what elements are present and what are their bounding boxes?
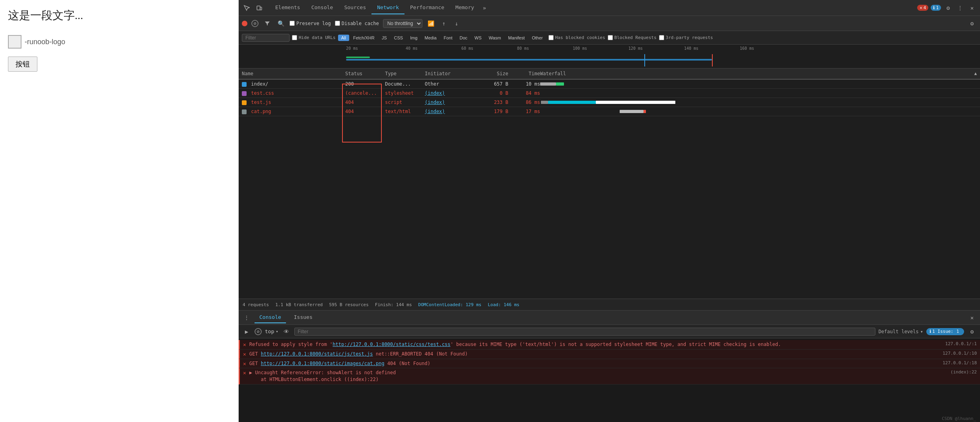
table-row[interactable]: cat.png 404 text/html (index) 179 B 17 m…: [239, 107, 980, 116]
filter-wasm[interactable]: Wasm: [486, 35, 504, 41]
filter-font[interactable]: Font: [441, 35, 456, 41]
console-message-1: ✕ GET http://127.0.0.1:8000/static/js/te…: [239, 350, 980, 359]
network-statusbar: 4 requests 1.1 kB transferred 595 B reso…: [239, 299, 980, 311]
table-row[interactable]: test.js 404 script (index) 233 B 86 ms: [239, 98, 980, 107]
row-name-0: index/: [242, 81, 345, 87]
timeline-green-bar: [346, 57, 370, 58]
console-menu-icon[interactable]: ⋮: [242, 313, 251, 322]
record-button[interactable]: [242, 21, 247, 26]
wifi-icon[interactable]: 📶: [426, 19, 436, 28]
timeline-label-20ms: 20 ms: [346, 46, 358, 51]
row-size-3: 179 B: [476, 109, 508, 114]
default-levels-dropdown[interactable]: Default levels ▾: [879, 329, 923, 334]
error-icon: ✕: [243, 361, 246, 367]
filter-js[interactable]: JS: [379, 35, 390, 41]
close-devtools-icon[interactable]: ✕: [967, 3, 977, 13]
tab-elements[interactable]: Elements: [270, 1, 306, 14]
console-settings-icon[interactable]: ⚙: [967, 327, 977, 336]
clear-button[interactable]: ⊘: [251, 20, 259, 27]
timeline-label-160ms: 160 ms: [740, 46, 754, 51]
timeline-label-120ms: 120 ms: [628, 46, 643, 51]
msg-source-1[interactable]: 127.0.0.1/:10: [943, 351, 977, 356]
context-dropdown-icon[interactable]: ▾: [276, 329, 278, 334]
tab-memory[interactable]: Memory: [450, 1, 480, 14]
filter-ws[interactable]: WS: [471, 35, 485, 41]
svg-rect-0: [257, 6, 260, 10]
row-type-3: text/html: [385, 109, 425, 114]
import-icon[interactable]: ↑: [439, 19, 449, 28]
throttle-select[interactable]: No throttling: [383, 19, 422, 28]
top-context: top ▾: [265, 328, 278, 334]
more-tabs-icon[interactable]: »: [480, 3, 489, 13]
search-icon[interactable]: 🔍: [276, 19, 286, 28]
third-party-label[interactable]: 3rd-party requests: [659, 35, 713, 40]
close-console-icon[interactable]: ✕: [967, 313, 977, 322]
message-text-0: Refused to apply style from 'http://127.…: [249, 341, 942, 348]
table-row[interactable]: index/ 200 Docume... Other 657 B 10 ms: [239, 80, 980, 89]
tab-performance[interactable]: Performance: [404, 1, 450, 14]
has-blocked-cookies-label[interactable]: Has blocked cookies: [548, 35, 605, 40]
msg-source-2[interactable]: 127.0.0.1/:18: [943, 360, 977, 365]
row-name-2: test.js: [242, 100, 345, 105]
tab-network[interactable]: Network: [371, 1, 404, 14]
message-text-3: ▶ Uncaught ReferenceError: showAlert is …: [249, 369, 947, 383]
device-icon[interactable]: [255, 3, 264, 13]
devtools-right-icons: ✕4 ℹ1 ⚙ ⋮ ✕: [917, 3, 977, 13]
network-settings-icon[interactable]: ⚙: [967, 19, 977, 28]
filter-doc[interactable]: Doc: [457, 35, 471, 41]
console-filter-input[interactable]: [294, 328, 875, 336]
filter-manifest[interactable]: Manifest: [505, 35, 528, 41]
has-blocked-cookies-checkbox[interactable]: [548, 35, 554, 40]
console-panel: ⋮ Console Issues ✕ ▶ ⊘ top ▾ 👁 Default l…: [239, 311, 980, 422]
row-waterfall-1: [540, 90, 977, 96]
msg-link-0[interactable]: http://127.0.0.1:8000/static/css/test.cs…: [332, 342, 450, 347]
col-header-size: Size: [476, 71, 508, 76]
filter-fetch-xhr[interactable]: Fetch/XHR: [350, 35, 378, 41]
filter-css[interactable]: CSS: [391, 35, 406, 41]
tab-sources[interactable]: Sources: [338, 1, 371, 14]
third-party-checkbox[interactable]: [659, 35, 664, 40]
row-type-1: stylesheet: [385, 90, 425, 96]
filter-input[interactable]: [242, 34, 290, 42]
table-row[interactable]: test.css (cancele... stylesheet (index) …: [239, 89, 980, 98]
message-text-2: GET http://127.0.0.1:8000/static/images/…: [249, 360, 939, 367]
timeline-label-40ms: 40 ms: [406, 46, 418, 51]
msg-source-3[interactable]: (index):22: [951, 369, 977, 375]
tab-console[interactable]: Console: [306, 1, 339, 14]
msg-link-1[interactable]: http://127.0.0.1:8000/static/js/test.js: [261, 351, 373, 357]
timeline-marker-load: [712, 54, 713, 66]
inspect-icon[interactable]: [242, 3, 251, 13]
msg-link-2[interactable]: http://127.0.0.1:8000/static/images/cat.…: [261, 361, 385, 366]
filter-other[interactable]: Other: [529, 35, 546, 41]
row-time-3: 17 ms: [508, 109, 540, 114]
console-tab-console[interactable]: Console: [255, 312, 286, 323]
eye-icon[interactable]: 👁: [282, 327, 291, 336]
export-icon[interactable]: ↓: [452, 19, 461, 28]
row-status-0: 200: [345, 81, 385, 87]
console-execute-icon[interactable]: ▶: [242, 327, 251, 336]
disable-cache-label[interactable]: Disable cache: [335, 21, 379, 26]
issue-badge[interactable]: ℹ 1 Issue: 1: [926, 328, 964, 335]
preserve-log-checkbox[interactable]: [290, 21, 295, 26]
hide-data-urls-checkbox[interactable]: [292, 35, 297, 40]
blocked-requests-label[interactable]: Blocked Requests: [608, 35, 657, 40]
filter-media[interactable]: Media: [422, 35, 440, 41]
row-time-0: 10 ms: [508, 81, 540, 87]
col-header-type: Type: [385, 71, 425, 76]
hide-data-urls-label[interactable]: Hide data URLs: [292, 35, 336, 40]
filter-all[interactable]: All: [338, 35, 349, 41]
console-clear-icon[interactable]: ⊘: [255, 328, 262, 335]
blocked-requests-checkbox[interactable]: [608, 35, 613, 40]
filter-toggle[interactable]: [262, 19, 272, 28]
timeline-bars: [346, 54, 980, 66]
filter-img[interactable]: Img: [407, 35, 420, 41]
more-options-icon[interactable]: ⋮: [955, 3, 965, 13]
msg-source-0[interactable]: 127.0.0.1/:1: [945, 341, 977, 346]
disable-cache-checkbox[interactable]: [335, 21, 340, 26]
console-tab-issues[interactable]: Issues: [289, 312, 317, 323]
settings-icon[interactable]: ⚙: [943, 3, 953, 13]
row-waterfall-3: [540, 109, 977, 114]
console-toolbar: ▶ ⊘ top ▾ 👁 Default levels ▾ ℹ 1 Issue: …: [239, 325, 980, 338]
page-button[interactable]: 按钮: [8, 57, 37, 72]
preserve-log-label[interactable]: Preserve log: [290, 21, 331, 26]
